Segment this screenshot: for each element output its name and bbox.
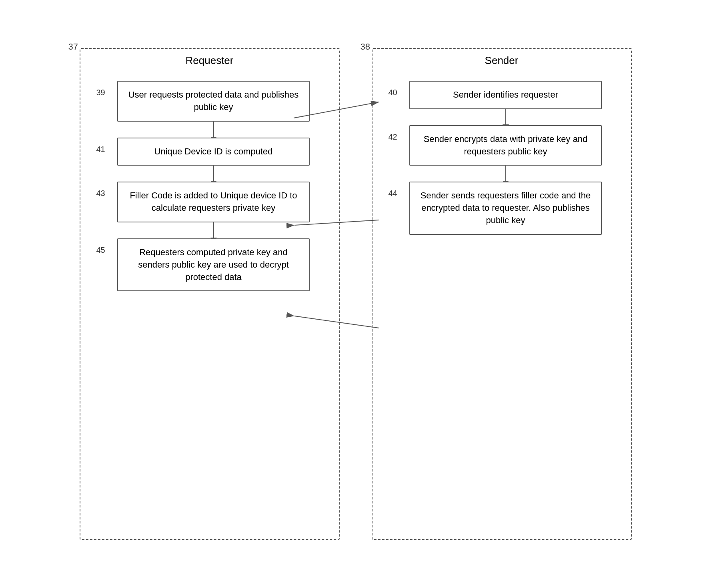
requester-column: 37 Requester 39 User requests protected …: [80, 48, 340, 540]
right-column-label: 38: [361, 42, 370, 52]
box-45: Requesters computed private key and send…: [117, 238, 310, 291]
box-40-wrapper: 40 Sender identifies requester: [393, 81, 619, 125]
box-44-wrapper: 44 Sender sends requesters filler code a…: [393, 182, 619, 234]
box-43-wrapper: 43 Filler Code is added to Unique device…: [100, 182, 327, 238]
box-42-wrapper: 42 Sender encrypts data with private key…: [393, 125, 619, 182]
right-boxes: 40 Sender identifies requester 42 Sender…: [393, 81, 619, 235]
arrow-39-41: [213, 122, 214, 138]
box-39: User requests protected data and publish…: [117, 81, 310, 122]
box-40-label: 40: [389, 88, 397, 97]
box-40: Sender identifies requester: [409, 81, 602, 109]
arrow-43-45: [213, 222, 214, 238]
box-41-label: 41: [96, 145, 105, 154]
box-44-label: 44: [389, 189, 397, 198]
arrow-42-44: [505, 166, 506, 182]
box-41-wrapper: 41 Unique Device ID is computed: [100, 138, 327, 182]
box-42: Sender encrypts data with private key an…: [409, 125, 602, 166]
box-44: Sender sends requesters filler code and …: [409, 182, 602, 234]
diagram-container: 37 Requester 39 User requests protected …: [56, 24, 656, 564]
box-43: Filler Code is added to Unique device ID…: [117, 182, 310, 222]
right-column-title: Sender: [485, 54, 519, 67]
box-43-label: 43: [96, 189, 105, 198]
box-41: Unique Device ID is computed: [117, 138, 310, 166]
sender-column: 38 Sender 40 Sender identifies requester…: [372, 48, 632, 540]
left-boxes: 39 User requests protected data and publ…: [100, 81, 327, 291]
box-42-label: 42: [389, 132, 397, 142]
box-45-label: 45: [96, 246, 105, 255]
arrow-40-42: [505, 109, 506, 125]
box-39-wrapper: 39 User requests protected data and publ…: [100, 81, 327, 138]
box-45-wrapper: 45 Requesters computed private key and s…: [100, 238, 327, 291]
left-column-title: Requester: [186, 54, 234, 67]
box-39-label: 39: [96, 88, 105, 97]
arrow-41-43: [213, 166, 214, 182]
left-column-label: 37: [68, 42, 78, 52]
